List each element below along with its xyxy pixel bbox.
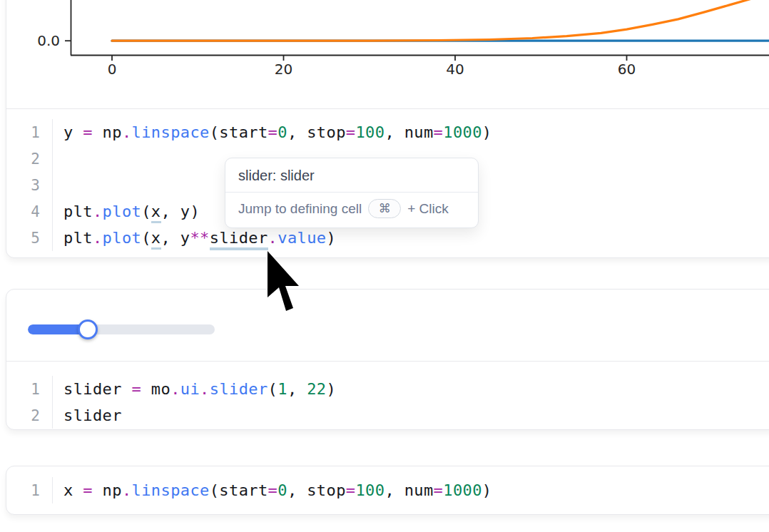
code-token: . <box>268 229 278 247</box>
code-line[interactable]: 5plt.plot(x, y**slider.value) <box>6 225 769 251</box>
variable-reference-link[interactable]: x <box>151 203 161 223</box>
code-token: ** <box>190 229 209 247</box>
code-token: . <box>93 203 103 220</box>
variable-tooltip: slider: slider Jump to defining cell ⌘ +… <box>225 158 479 228</box>
cell-slider: 1slider = mo.ui.slider(1, 22)2slider <box>6 289 769 430</box>
code-token: , <box>287 380 307 398</box>
code-token: = <box>346 481 356 499</box>
code-token: , num <box>385 481 433 499</box>
slider-widget[interactable] <box>28 319 215 339</box>
code-token: = <box>434 123 444 141</box>
code-token: 0 <box>277 481 287 499</box>
line-number: 3 <box>6 172 53 198</box>
code-token: . <box>122 123 132 141</box>
code-token: = <box>268 481 278 499</box>
code-line[interactable]: 1x = np.linspace(start=0, stop=100, num=… <box>6 477 769 503</box>
command-key-icon: ⌘ <box>368 199 401 218</box>
code-line[interactable]: 2slider <box>6 402 769 429</box>
code-token: = <box>434 481 444 499</box>
code-text[interactable]: plt.plot(x, y) <box>53 203 200 220</box>
code-token: = <box>268 123 278 141</box>
code-line[interactable]: 1slider = mo.ui.slider(1, 22) <box>6 376 769 402</box>
code-token: (start <box>210 123 268 141</box>
variable-reference-link[interactable]: slider <box>210 229 268 250</box>
tooltip-hint-suffix: + Click <box>407 201 449 217</box>
code-token: 1 <box>277 380 287 398</box>
code-token: = <box>346 123 356 141</box>
code-token: 0 <box>277 123 287 141</box>
code-line[interactable]: 1y = np.linspace(start=0, stop=100, num=… <box>6 119 769 145</box>
code-token: ) <box>482 123 492 141</box>
slider-track[interactable] <box>28 324 215 334</box>
slider-handle[interactable] <box>78 319 98 339</box>
code-token: 100 <box>355 481 385 499</box>
code-token: . <box>200 380 210 398</box>
code-token: ( <box>141 229 151 247</box>
code-token: ( <box>268 380 278 398</box>
code-token: , stop <box>287 481 346 499</box>
code-token: np <box>93 481 122 499</box>
code-token: slider <box>63 380 132 398</box>
x-tick-label: 0 <box>108 61 117 78</box>
code-token: ) <box>482 481 492 499</box>
code-token: ui <box>180 380 200 398</box>
code-editor-slider[interactable]: 1slider = mo.ui.slider(1, 22)2slider <box>6 361 769 434</box>
code-token: (start <box>210 481 268 499</box>
code-token: value <box>277 229 326 247</box>
line-number: 1 <box>6 376 53 402</box>
code-token: ) <box>327 229 337 247</box>
code-text[interactable]: x = np.linspace(start=0, stop=100, num=1… <box>53 481 492 499</box>
line-number: 1 <box>6 119 53 145</box>
code-token: slider <box>63 406 122 424</box>
x-tick-label: 60 <box>618 61 636 78</box>
variable-reference-link[interactable]: x <box>151 229 161 250</box>
code-token: slider <box>210 380 268 398</box>
line-number: 2 <box>6 145 53 172</box>
code-token: y <box>63 123 83 141</box>
code-token: . <box>170 380 180 398</box>
code-token: , stop <box>287 123 346 141</box>
code-token: = <box>83 123 93 141</box>
code-token: plt <box>63 229 93 247</box>
code-token: x <box>63 481 83 499</box>
code-token: np <box>93 123 122 141</box>
tooltip-hint-row: Jump to defining cell ⌘ + Click <box>225 193 478 227</box>
code-token: 1000 <box>443 481 482 499</box>
code-token: linspace <box>132 481 210 499</box>
code-text[interactable]: plt.plot(x, y**slider.value) <box>53 229 336 247</box>
code-text[interactable]: y = np.linspace(start=0, stop=100, num=1… <box>53 123 492 141</box>
code-token: plot <box>103 203 142 220</box>
x-tick-label: 20 <box>275 61 292 78</box>
code-token: . <box>93 229 103 247</box>
line-number: 4 <box>6 198 53 225</box>
y-tick-label: 0.0 <box>37 32 60 49</box>
notebook-page: 0.00204060 1y = np.linspace(start=0, sto… <box>0 0 769 532</box>
code-token: 100 <box>355 123 385 141</box>
line-number: 2 <box>6 402 53 429</box>
code-token: , num <box>385 123 433 141</box>
plot-line <box>112 0 764 41</box>
plot-output: 0.00204060 <box>6 0 769 108</box>
code-token: , y) <box>161 203 200 220</box>
code-token: , y <box>161 229 190 247</box>
code-token: 22 <box>307 380 326 398</box>
line-number: 1 <box>6 477 53 503</box>
code-text[interactable]: slider = mo.ui.slider(1, 22) <box>53 380 336 398</box>
slider-output <box>6 290 769 361</box>
code-token: plt <box>63 203 93 220</box>
code-token: ( <box>141 203 151 220</box>
x-tick-label: 40 <box>446 61 464 78</box>
code-token: 1000 <box>443 123 482 141</box>
code-text[interactable]: slider <box>53 406 122 424</box>
tooltip-hint-text: Jump to defining cell <box>238 201 362 217</box>
tooltip-title: slider: slider <box>238 168 315 183</box>
matplotlib-chart: 0.00204060 <box>6 0 769 108</box>
code-token: plot <box>103 229 142 247</box>
code-editor-x[interactable]: 1x = np.linspace(start=0, stop=100, num=… <box>6 466 769 514</box>
mouse-cursor-icon <box>267 250 301 313</box>
code-token: ) <box>327 380 337 398</box>
code-token: . <box>122 481 132 499</box>
line-number: 5 <box>6 225 53 251</box>
code-token: = <box>83 481 93 499</box>
code-token: linspace <box>132 123 210 141</box>
